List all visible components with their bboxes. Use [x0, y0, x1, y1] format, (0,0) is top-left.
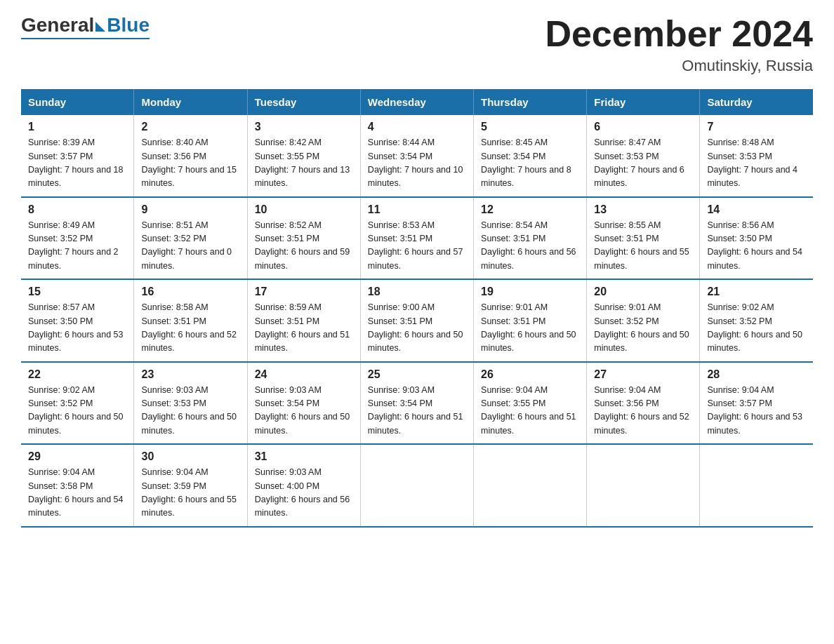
day-info: Sunrise: 9:02 AMSunset: 3:52 PMDaylight:… [707, 302, 802, 353]
day-number: 19 [481, 286, 579, 298]
day-info: Sunrise: 9:04 AMSunset: 3:58 PMDaylight:… [28, 467, 124, 518]
day-info: Sunrise: 9:04 AMSunset: 3:57 PMDaylight:… [707, 385, 802, 436]
week-row-3: 15Sunrise: 8:57 AMSunset: 3:50 PMDayligh… [21, 279, 813, 362]
weekday-header-sunday: Sunday [21, 89, 134, 115]
calendar-cell [587, 444, 700, 527]
calendar-cell: 29Sunrise: 9:04 AMSunset: 3:58 PMDayligh… [21, 444, 134, 527]
day-number: 7 [707, 121, 806, 133]
day-number: 6 [594, 121, 692, 133]
calendar-cell [360, 444, 473, 527]
weekday-header-wednesday: Wednesday [360, 89, 473, 115]
week-row-1: 1Sunrise: 8:39 AMSunset: 3:57 PMDaylight… [21, 115, 813, 197]
weekday-header-friday: Friday [587, 89, 700, 115]
day-number: 5 [481, 121, 579, 133]
day-info: Sunrise: 8:53 AMSunset: 3:51 PMDaylight:… [368, 220, 463, 271]
day-info: Sunrise: 8:57 AMSunset: 3:50 PMDaylight:… [28, 302, 124, 353]
calendar-cell: 15Sunrise: 8:57 AMSunset: 3:50 PMDayligh… [21, 279, 134, 362]
calendar-cell: 9Sunrise: 8:51 AMSunset: 3:52 PMDaylight… [134, 197, 247, 280]
day-number: 29 [28, 450, 126, 463]
calendar-cell: 5Sunrise: 8:45 AMSunset: 3:54 PMDaylight… [474, 115, 587, 197]
calendar-cell: 11Sunrise: 8:53 AMSunset: 3:51 PMDayligh… [360, 197, 473, 280]
day-number: 13 [594, 203, 692, 216]
calendar-cell: 14Sunrise: 8:56 AMSunset: 3:50 PMDayligh… [700, 197, 813, 280]
day-number: 8 [28, 203, 126, 216]
day-number: 15 [28, 286, 126, 298]
calendar-cell: 20Sunrise: 9:01 AMSunset: 3:52 PMDayligh… [587, 279, 700, 362]
day-number: 20 [594, 286, 692, 298]
day-info: Sunrise: 8:59 AMSunset: 3:51 PMDaylight:… [255, 302, 350, 353]
day-info: Sunrise: 9:03 AMSunset: 3:54 PMDaylight:… [255, 385, 350, 436]
calendar-cell [474, 444, 587, 527]
day-info: Sunrise: 8:56 AMSunset: 3:50 PMDaylight:… [707, 220, 802, 271]
day-number: 31 [255, 450, 353, 463]
day-info: Sunrise: 9:01 AMSunset: 3:52 PMDaylight:… [594, 302, 689, 353]
weekday-header-monday: Monday [134, 89, 247, 115]
calendar-cell: 30Sunrise: 9:04 AMSunset: 3:59 PMDayligh… [134, 444, 247, 527]
calendar-cell: 19Sunrise: 9:01 AMSunset: 3:51 PMDayligh… [474, 279, 587, 362]
day-number: 16 [141, 286, 239, 298]
day-info: Sunrise: 8:39 AMSunset: 3:57 PMDaylight:… [28, 137, 124, 188]
day-info: Sunrise: 8:51 AMSunset: 3:52 PMDaylight:… [141, 220, 232, 271]
page-header: General Blue December 2024 Omutinskiy, R… [21, 14, 813, 75]
calendar-cell: 26Sunrise: 9:04 AMSunset: 3:55 PMDayligh… [474, 362, 587, 445]
day-number: 24 [255, 368, 353, 381]
day-info: Sunrise: 8:44 AMSunset: 3:54 PMDaylight:… [368, 137, 463, 188]
calendar-cell: 10Sunrise: 8:52 AMSunset: 3:51 PMDayligh… [247, 197, 360, 280]
day-number: 14 [707, 203, 806, 216]
day-number: 17 [255, 286, 353, 298]
logo-underline [21, 38, 150, 39]
day-info: Sunrise: 8:49 AMSunset: 3:52 PMDaylight:… [28, 220, 119, 271]
day-number: 23 [141, 368, 239, 381]
calendar-subtitle: Omutinskiy, Russia [545, 57, 813, 75]
day-info: Sunrise: 8:58 AMSunset: 3:51 PMDaylight:… [141, 302, 237, 353]
weekday-header-row: SundayMondayTuesdayWednesdayThursdayFrid… [21, 89, 813, 115]
calendar-cell: 16Sunrise: 8:58 AMSunset: 3:51 PMDayligh… [134, 279, 247, 362]
calendar-cell: 13Sunrise: 8:55 AMSunset: 3:51 PMDayligh… [587, 197, 700, 280]
calendar-table: SundayMondayTuesdayWednesdayThursdayFrid… [21, 89, 813, 528]
day-number: 1 [28, 121, 126, 133]
day-number: 11 [368, 203, 466, 216]
day-number: 12 [481, 203, 579, 216]
day-number: 22 [28, 368, 126, 381]
day-info: Sunrise: 9:03 AMSunset: 3:53 PMDaylight:… [141, 385, 237, 436]
logo-general-text: General [21, 14, 94, 36]
day-info: Sunrise: 9:04 AMSunset: 3:55 PMDaylight:… [481, 385, 576, 436]
week-row-5: 29Sunrise: 9:04 AMSunset: 3:58 PMDayligh… [21, 444, 813, 527]
day-info: Sunrise: 8:40 AMSunset: 3:56 PMDaylight:… [141, 137, 237, 188]
day-info: Sunrise: 8:47 AMSunset: 3:53 PMDaylight:… [594, 137, 684, 188]
calendar-cell: 25Sunrise: 9:03 AMSunset: 3:54 PMDayligh… [360, 362, 473, 445]
calendar-cell: 23Sunrise: 9:03 AMSunset: 3:53 PMDayligh… [134, 362, 247, 445]
calendar-cell: 22Sunrise: 9:02 AMSunset: 3:52 PMDayligh… [21, 362, 134, 445]
calendar-cell: 3Sunrise: 8:42 AMSunset: 3:55 PMDaylight… [247, 115, 360, 197]
day-info: Sunrise: 9:04 AMSunset: 3:56 PMDaylight:… [594, 385, 689, 436]
day-number: 27 [594, 368, 692, 381]
calendar-cell: 21Sunrise: 9:02 AMSunset: 3:52 PMDayligh… [700, 279, 813, 362]
day-number: 4 [368, 121, 466, 133]
day-number: 28 [707, 368, 806, 381]
logo: General Blue [21, 14, 150, 39]
logo-arrow-icon [95, 22, 105, 32]
day-number: 25 [368, 368, 466, 381]
calendar-cell: 6Sunrise: 8:47 AMSunset: 3:53 PMDaylight… [587, 115, 700, 197]
calendar-cell: 8Sunrise: 8:49 AMSunset: 3:52 PMDaylight… [21, 197, 134, 280]
day-number: 30 [141, 450, 239, 463]
weekday-header-tuesday: Tuesday [247, 89, 360, 115]
calendar-cell: 31Sunrise: 9:03 AMSunset: 4:00 PMDayligh… [247, 444, 360, 527]
day-info: Sunrise: 9:03 AMSunset: 4:00 PMDaylight:… [255, 467, 350, 518]
week-row-4: 22Sunrise: 9:02 AMSunset: 3:52 PMDayligh… [21, 362, 813, 445]
calendar-cell: 2Sunrise: 8:40 AMSunset: 3:56 PMDaylight… [134, 115, 247, 197]
calendar-cell: 27Sunrise: 9:04 AMSunset: 3:56 PMDayligh… [587, 362, 700, 445]
day-number: 26 [481, 368, 579, 381]
day-info: Sunrise: 9:02 AMSunset: 3:52 PMDaylight:… [28, 385, 124, 436]
day-info: Sunrise: 9:01 AMSunset: 3:51 PMDaylight:… [481, 302, 576, 353]
calendar-cell: 18Sunrise: 9:00 AMSunset: 3:51 PMDayligh… [360, 279, 473, 362]
calendar-cell: 17Sunrise: 8:59 AMSunset: 3:51 PMDayligh… [247, 279, 360, 362]
calendar-cell: 28Sunrise: 9:04 AMSunset: 3:57 PMDayligh… [700, 362, 813, 445]
weekday-header-thursday: Thursday [474, 89, 587, 115]
day-info: Sunrise: 9:03 AMSunset: 3:54 PMDaylight:… [368, 385, 463, 436]
week-row-2: 8Sunrise: 8:49 AMSunset: 3:52 PMDaylight… [21, 197, 813, 280]
day-number: 21 [707, 286, 806, 298]
day-number: 9 [141, 203, 239, 216]
day-number: 2 [141, 121, 239, 133]
day-number: 18 [368, 286, 466, 298]
